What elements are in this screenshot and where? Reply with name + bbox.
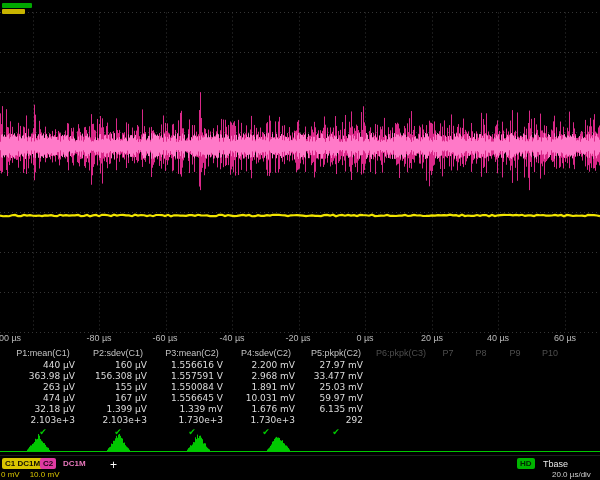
measure-value: 1.676 mV <box>230 404 302 415</box>
measure-value <box>464 415 498 426</box>
measure-value <box>432 393 464 404</box>
measure-value <box>532 371 568 382</box>
measure-value: 1.399 µV <box>82 404 154 415</box>
time-axis-label: 20 µs <box>421 333 443 343</box>
measure-value <box>464 360 498 371</box>
measure-value <box>532 404 568 415</box>
bottom-status-bar: C1 DC1M C2 DC1M + 0 mV10.0 mV HD Tbase 2… <box>0 455 600 480</box>
time-axis-label: -20 µs <box>285 333 310 343</box>
measure-value: 6.135 mV <box>302 404 370 415</box>
measure-column-header[interactable]: P6:pkpk(C3) <box>370 347 432 360</box>
status-check-icon: ✔ <box>82 426 154 438</box>
measure-value <box>432 382 464 393</box>
status-empty <box>532 426 568 438</box>
status-empty <box>370 426 432 438</box>
measure-column-header[interactable]: P9 <box>498 347 532 360</box>
timebase-scale-value: 20.0 µs/div <box>552 470 591 479</box>
timebase-descriptor-chip[interactable]: Tbase <box>543 459 568 469</box>
measure-value-row: 440 µV160 µV1.556616 V2.200 mV27.97 mV <box>4 360 568 371</box>
measure-column-header[interactable]: P2:sdev(C1) <box>82 347 154 360</box>
status-empty <box>498 426 532 438</box>
channel2-coupling-label: DC1M <box>63 459 86 468</box>
channel1-vdiv-value: 10.0 mV <box>30 470 60 479</box>
measure-value <box>532 360 568 371</box>
measure-value: 1.730e+3 <box>154 415 230 426</box>
time-axis-label: -40 µs <box>219 333 244 343</box>
measure-value <box>498 382 532 393</box>
measure-value <box>464 371 498 382</box>
measure-value: 167 µV <box>82 393 154 404</box>
measure-value: 1.730e+3 <box>230 415 302 426</box>
measurement-table: P1:mean(C1)P2:sdev(C1)P3:mean(C2)P4:sdev… <box>4 347 568 437</box>
measure-value <box>498 415 532 426</box>
status-indicator-yellow-icon <box>2 9 25 14</box>
measure-value-row: 263 µV155 µV1.550084 V1.891 mV25.03 mV <box>4 382 568 393</box>
time-axis-label: 0 µs <box>356 333 373 343</box>
measure-column-header[interactable]: P3:mean(C2) <box>154 347 230 360</box>
measure-column-header[interactable]: P5:pkpk(C2) <box>302 347 370 360</box>
measure-value: 32.18 µV <box>4 404 82 415</box>
measure-column-header[interactable]: P10 <box>532 347 568 360</box>
measure-value-row: 474 µV167 µV1.556645 V10.031 mV59.97 mV <box>4 393 568 404</box>
measure-value: 2.103e+3 <box>4 415 82 426</box>
time-axis-label: 60 µs <box>554 333 576 343</box>
time-axis-label: -80 µs <box>86 333 111 343</box>
measure-value: 474 µV <box>4 393 82 404</box>
measure-value: 59.97 mV <box>302 393 370 404</box>
measure-value <box>498 393 532 404</box>
status-indicator-green-icon <box>2 3 32 8</box>
channel1-scale-info: 0 mV10.0 mV <box>1 470 69 479</box>
measure-value: 2.200 mV <box>230 360 302 371</box>
measure-value-row: 363.98 µV156.308 µV1.557591 V2.968 mV33.… <box>4 371 568 382</box>
measure-value <box>432 415 464 426</box>
measure-value <box>432 371 464 382</box>
measure-status-row: ✔✔✔✔✔ <box>4 426 568 437</box>
status-empty <box>432 426 464 438</box>
measure-header-row: P1:mean(C1)P2:sdev(C1)P3:mean(C2)P4:sdev… <box>4 347 568 360</box>
time-axis: 00 µs-80 µs-60 µs-40 µs-20 µs0 µs20 µs40… <box>0 333 600 345</box>
measure-value <box>432 360 464 371</box>
measure-value <box>370 382 432 393</box>
status-check-icon: ✔ <box>302 426 370 438</box>
measure-value <box>370 371 432 382</box>
status-check-icon: ✔ <box>154 426 230 438</box>
measure-value: 1.556645 V <box>154 393 230 404</box>
measure-value: 2.968 mV <box>230 371 302 382</box>
measure-value: 1.557591 V <box>154 371 230 382</box>
measure-value <box>532 393 568 404</box>
measure-value: 25.03 mV <box>302 382 370 393</box>
status-check-icon: ✔ <box>4 426 82 438</box>
measure-value <box>498 371 532 382</box>
measure-column-header[interactable]: P7 <box>432 347 464 360</box>
cursor-marker-icon[interactable]: + <box>110 459 117 471</box>
measure-value <box>532 382 568 393</box>
measure-value: 1.339 mV <box>154 404 230 415</box>
measure-value: 1.556616 V <box>154 360 230 371</box>
measure-value: 155 µV <box>82 382 154 393</box>
time-axis-label: -60 µs <box>152 333 177 343</box>
measure-value <box>464 382 498 393</box>
time-axis-label: 40 µs <box>487 333 509 343</box>
measure-value <box>432 404 464 415</box>
measure-value <box>464 404 498 415</box>
measure-column-header[interactable]: P1:mean(C1) <box>4 347 82 360</box>
measure-value <box>370 360 432 371</box>
measure-column-header[interactable]: P4:sdev(C2) <box>230 347 302 360</box>
oscilloscope-screen: 00 µs-80 µs-60 µs-40 µs-20 µs0 µs20 µs40… <box>0 0 600 480</box>
measure-value <box>498 360 532 371</box>
measure-value: 10.031 mV <box>230 393 302 404</box>
measure-value: 1.550084 V <box>154 382 230 393</box>
measure-value <box>464 393 498 404</box>
measure-value-row: 32.18 µV1.399 µV1.339 mV1.676 mV6.135 mV <box>4 404 568 415</box>
measure-column-header[interactable]: P8 <box>464 347 498 360</box>
channel1-offset-value: 0 mV <box>1 470 20 479</box>
measure-value: 33.477 mV <box>302 371 370 382</box>
hd-mode-chip[interactable]: HD <box>517 458 535 469</box>
measure-value <box>498 404 532 415</box>
channel1-descriptor-chip[interactable]: C1 DC1M <box>2 458 43 469</box>
measure-value-row: 2.103e+32.103e+31.730e+31.730e+3292 <box>4 415 568 426</box>
measure-value: 2.103e+3 <box>82 415 154 426</box>
measure-value: 156.308 µV <box>82 371 154 382</box>
channel2-descriptor-chip[interactable]: C2 <box>40 458 56 469</box>
measure-value: 440 µV <box>4 360 82 371</box>
